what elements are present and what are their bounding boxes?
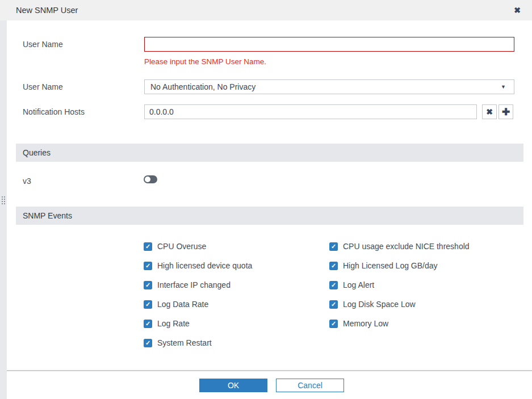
dialog-title: New SNMP User: [16, 0, 78, 20]
security-level-label: User Name: [23, 79, 63, 94]
check-icon: ✓: [145, 340, 150, 346]
checkbox-icon: ✓: [144, 339, 152, 347]
checkbox-label: Log Data Rate: [157, 300, 208, 309]
ok-button[interactable]: OK: [199, 379, 267, 392]
checkbox-label: System Restart: [157, 338, 212, 347]
remove-host-button[interactable]: ✖: [482, 104, 497, 119]
check-icon: ✓: [145, 282, 150, 288]
checkbox-label: Log Rate: [157, 319, 190, 328]
checkbox-log-alert[interactable]: ✓ Log Alert: [329, 280, 470, 289]
snmp-events-right-column: ✓ CPU usage exclude NICE threshold ✓ Hig…: [329, 242, 470, 328]
notification-host-input[interactable]: [144, 104, 477, 119]
v3-label: v3: [23, 174, 31, 188]
dialog-titlebar: New SNMP User ✖: [0, 0, 532, 20]
checkbox-log-disk-space-low[interactable]: ✓ Log Disk Space Low: [329, 300, 470, 309]
checkbox-icon: ✓: [329, 262, 338, 270]
checkbox-icon: ✓: [144, 281, 152, 289]
checkbox-cpu-usage-exclude-nice-threshold[interactable]: ✓ CPU usage exclude NICE threshold: [329, 242, 470, 251]
checkbox-icon: ✓: [329, 320, 338, 328]
checkbox-system-restart[interactable]: ✓ System Restart: [144, 338, 252, 347]
close-icon[interactable]: ✖: [514, 0, 521, 20]
cancel-button[interactable]: Cancel: [276, 379, 344, 392]
v3-toggle[interactable]: [144, 175, 157, 183]
checkbox-label: High Licensed Log GB/day: [343, 261, 438, 270]
checkbox-icon: ✓: [329, 242, 338, 251]
username-error: Please input the SNMP User Name.: [144, 57, 266, 66]
plus-icon: ✚: [502, 107, 510, 117]
dialog-body: User Name Please input the SNMP User Nam…: [7, 20, 532, 399]
snmp-events-section-header: SNMP Events: [16, 207, 523, 225]
queries-section-header: Queries: [16, 144, 523, 162]
checkbox-icon: ✓: [329, 300, 338, 309]
close-icon: ✖: [486, 108, 493, 116]
security-level-value: No Authentication, No Privacy: [150, 82, 255, 91]
check-icon: ✓: [145, 263, 150, 269]
snmp-events-left-column: ✓ CPU Overuse ✓ High licensed device quo…: [144, 242, 252, 347]
security-level-select[interactable]: No Authentication, No Privacy ▼: [144, 79, 514, 94]
checkbox-icon: ✓: [144, 300, 152, 309]
checkbox-label: Log Alert: [343, 280, 374, 289]
checkbox-icon: ✓: [329, 281, 338, 289]
check-icon: ✓: [331, 301, 336, 308]
checkbox-log-data-rate[interactable]: ✓ Log Data Rate: [144, 300, 252, 309]
checkbox-high-licensed-device-quota[interactable]: ✓ High licensed device quota: [144, 261, 252, 270]
check-icon: ✓: [331, 263, 336, 269]
check-icon: ✓: [145, 243, 150, 250]
check-icon: ✓: [331, 282, 336, 288]
check-icon: ✓: [331, 243, 336, 250]
checkbox-label: Memory Low: [343, 319, 388, 328]
checkbox-memory-low[interactable]: ✓ Memory Low: [329, 319, 470, 328]
checkbox-high-licensed-log-gb-day[interactable]: ✓ High Licensed Log GB/day: [329, 261, 470, 270]
caret-down-icon: ▼: [501, 84, 508, 90]
left-rail: [0, 20, 7, 399]
check-icon: ✓: [145, 321, 150, 327]
checkbox-icon: ✓: [144, 242, 152, 251]
checkbox-cpu-overuse[interactable]: ✓ CPU Overuse: [144, 242, 252, 251]
checkbox-label: Interface IP changed: [157, 280, 231, 289]
checkbox-icon: ✓: [144, 320, 152, 328]
check-icon: ✓: [331, 321, 336, 327]
checkbox-log-rate[interactable]: ✓ Log Rate: [144, 319, 252, 328]
add-host-button[interactable]: ✚: [499, 104, 513, 119]
checkbox-label: CPU usage exclude NICE threshold: [343, 242, 470, 251]
username-input[interactable]: [144, 37, 514, 52]
checkbox-interface-ip-changed[interactable]: ✓ Interface IP changed: [144, 280, 252, 289]
checkbox-label: High licensed device quota: [157, 261, 252, 270]
checkbox-icon: ✓: [144, 262, 152, 270]
checkbox-label: Log Disk Space Low: [343, 300, 416, 309]
toggle-knob: [145, 177, 150, 182]
notification-hosts-label: Notification Hosts: [23, 104, 85, 119]
drag-handle-icon[interactable]: [1, 196, 6, 204]
footer-divider: [7, 370, 532, 371]
username-label: User Name: [23, 37, 63, 52]
checkbox-label: CPU Overuse: [157, 242, 206, 251]
check-icon: ✓: [145, 301, 150, 308]
